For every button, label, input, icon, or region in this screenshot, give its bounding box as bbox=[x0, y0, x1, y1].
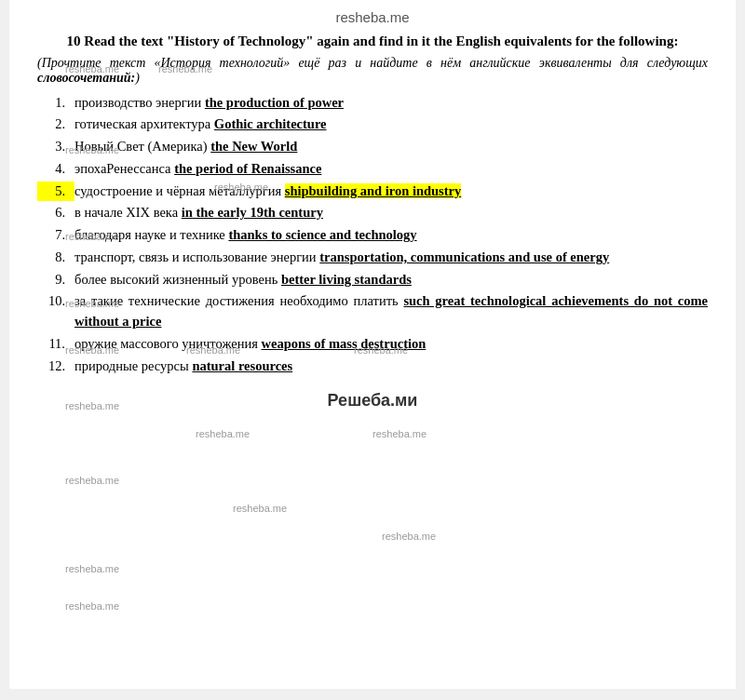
task-subtitle: (Прочтите текст «История технологий» ещё… bbox=[28, 56, 717, 86]
item-number-6: 6. bbox=[37, 203, 74, 223]
english-equiv-6: in the early 19th century bbox=[182, 205, 323, 220]
items-list: 1. производство энергии the production o… bbox=[28, 93, 717, 377]
item-content-4: эпохаРенессанса the period of Renaissanc… bbox=[74, 159, 708, 180]
watermark-1: resheba.me bbox=[65, 63, 119, 74]
item-content-12: природные ресурсы natural resources bbox=[74, 357, 708, 377]
item-content-8: транспорт, связь и использование энергии… bbox=[74, 248, 708, 268]
watermark-16: resheba.me bbox=[65, 563, 119, 574]
watermark-9: resheba.me bbox=[354, 344, 408, 356]
list-item: 9. более высокий жизненный уровень bette… bbox=[37, 270, 708, 290]
watermark-14: resheba.me bbox=[233, 503, 287, 514]
list-item: 3. Новый Свет (Америка) the New World bbox=[37, 137, 708, 157]
english-equiv-9: better living standards bbox=[281, 272, 412, 287]
english-equiv-4: the period of Renaissance bbox=[174, 161, 321, 176]
subtitle-text: (Прочтите текст «История технологий» ещё… bbox=[37, 56, 708, 70]
english-equiv-10: such great technological achievements do… bbox=[74, 293, 708, 329]
list-item: 1. производство энергии the production o… bbox=[37, 93, 708, 114]
list-item: 10. за такие технические достижения необ… bbox=[37, 291, 708, 332]
item-number-5: 5. bbox=[37, 182, 74, 202]
item-number-12: 12. bbox=[37, 357, 74, 377]
item-content-6: в начале XIX века in the early 19th cent… bbox=[74, 203, 708, 223]
list-item: 2. готическая архитектура Gothic archite… bbox=[37, 114, 708, 135]
english-equiv-7: thanks to science and technology bbox=[228, 227, 416, 242]
watermark-13: resheba.me bbox=[65, 475, 119, 486]
item-content-5: судостроение и чёрная металлургия shipbu… bbox=[74, 182, 708, 202]
english-equiv-12: natural resources bbox=[192, 358, 292, 373]
watermark-4: resheba.me bbox=[214, 182, 268, 193]
task-instruction: Read the text "History of Technology" ag… bbox=[84, 34, 678, 48]
list-item: 12. природные ресурсы natural resources bbox=[37, 357, 708, 377]
task-number: 10 bbox=[67, 34, 81, 48]
item-number-4: 4. bbox=[37, 159, 74, 180]
watermark-17: resheba.me bbox=[65, 600, 119, 612]
watermark-8: resheba.me bbox=[186, 344, 240, 356]
watermark-7: resheba.me bbox=[65, 344, 119, 356]
english-equiv-1: the production of power bbox=[205, 95, 344, 110]
page-container: resheba.me resheba.me resheba.me resheba… bbox=[9, 0, 736, 689]
item-content-7: благодаря науке и технике thanks to scie… bbox=[74, 225, 708, 246]
item-number-8: 8. bbox=[37, 248, 74, 268]
english-equiv-3: the New World bbox=[210, 139, 297, 154]
watermark-12: resheba.me bbox=[372, 428, 427, 439]
item-number-2: 2. bbox=[37, 114, 74, 135]
watermark-10: resheba.me bbox=[65, 400, 119, 411]
list-item: 6. в начале XIX века in the early 19th c… bbox=[37, 203, 708, 223]
subtitle-close: ) bbox=[135, 71, 140, 85]
english-equiv-5: shipbuilding and iron industry bbox=[285, 183, 462, 198]
task-title: 10 Read the text "History of Technology"… bbox=[28, 31, 717, 52]
watermark-6: resheba.me bbox=[65, 298, 119, 309]
watermark-3: resheba.me bbox=[65, 144, 119, 155]
list-item: 7. благодаря науке и технике thanks to s… bbox=[37, 225, 708, 246]
watermark-15: resheba.me bbox=[382, 531, 436, 542]
watermark-5: resheba.me bbox=[65, 231, 119, 242]
list-item: 8. транспорт, связь и использование энер… bbox=[37, 248, 708, 268]
item-number-1: 1. bbox=[37, 93, 74, 114]
list-item: 5. судостроение и чёрная металлургия shi… bbox=[37, 182, 708, 202]
item-number-9: 9. bbox=[37, 270, 74, 290]
watermark-2: resheba.me bbox=[158, 63, 212, 74]
footer-site: Решеба.ми bbox=[28, 391, 717, 411]
item-content-2: готическая архитектура Gothic architectu… bbox=[74, 114, 708, 135]
english-equiv-2: Gothic architecture bbox=[214, 116, 327, 131]
list-item: 4. эпохаРенессанса the period of Renaiss… bbox=[37, 159, 708, 180]
watermark-11: resheba.me bbox=[196, 428, 250, 439]
item-content-9: более высокий жизненный уровень better l… bbox=[74, 270, 708, 290]
item-content-10: за такие технические достижения необходи… bbox=[74, 291, 708, 332]
english-equiv-8: transportation, communications and use o… bbox=[319, 249, 609, 264]
site-header: resheba.me bbox=[28, 9, 717, 25]
item-content-1: производство энергии the production of p… bbox=[74, 93, 708, 114]
item-content-3: Новый Свет (Америка) the New World bbox=[74, 137, 708, 157]
